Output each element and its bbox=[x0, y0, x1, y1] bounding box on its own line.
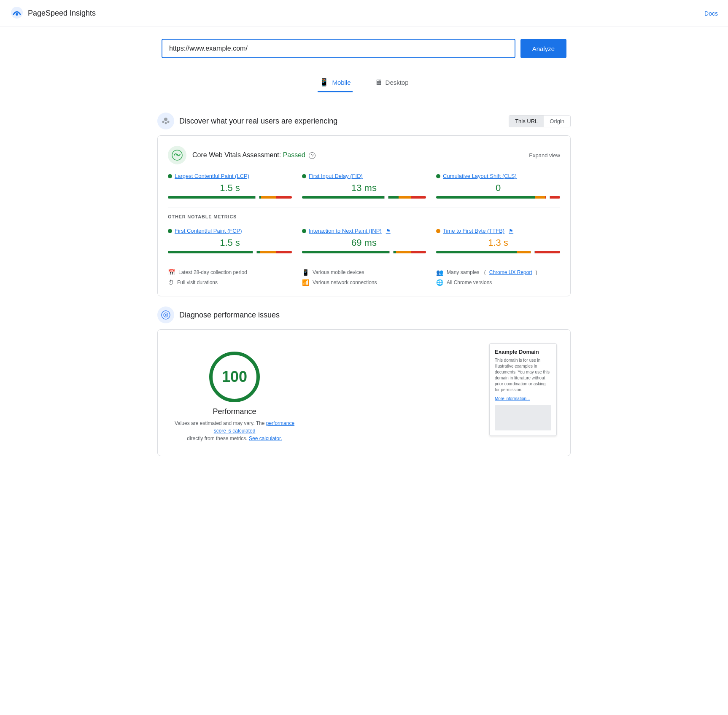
metric-cls: Cumulative Layout Shift (CLS) 0 bbox=[436, 173, 560, 200]
diagnose-header: Diagnose performance issues bbox=[157, 306, 571, 323]
info-collection-text: Latest 28-day collection period bbox=[178, 269, 247, 275]
cwv-icon bbox=[168, 146, 186, 164]
bar-orange bbox=[396, 251, 411, 253]
search-area: Analyze bbox=[0, 27, 728, 67]
svg-point-3 bbox=[162, 121, 164, 123]
metric-fcp-dot bbox=[168, 229, 172, 233]
metric-inp-dot bbox=[302, 229, 306, 233]
metric-lcp: Largest Contentful Paint (LCP) 1.5 s bbox=[168, 173, 292, 200]
screenshot-text: This domain is for use in illustrative e… bbox=[495, 358, 551, 393]
cwv-title-area: Core Web Vitals Assessment: Passed ? bbox=[168, 146, 315, 164]
info-network: 📶 Various network connections bbox=[302, 279, 426, 286]
info-divider bbox=[168, 262, 560, 262]
tab-mobile-label: Mobile bbox=[332, 79, 351, 86]
metric-inp-fill bbox=[302, 251, 426, 253]
core-metrics-grid: Largest Contentful Paint (LCP) 1.5 s Fir… bbox=[168, 173, 560, 200]
metric-fcp-link[interactable]: First Contentful Paint (FCP) bbox=[168, 228, 292, 234]
calendar-icon: 📅 bbox=[168, 269, 175, 276]
section-title-row: Discover what your real users are experi… bbox=[157, 113, 337, 129]
metric-lcp-value: 1.5 s bbox=[168, 183, 292, 194]
tab-desktop-label: Desktop bbox=[386, 79, 409, 86]
info-samples: 👥 Many samples (Chrome UX Report) bbox=[436, 269, 560, 276]
metric-cls-fill bbox=[436, 196, 560, 199]
metric-fid-marker bbox=[384, 196, 388, 199]
metric-fid-link[interactable]: First Input Delay (FID) bbox=[302, 173, 426, 179]
header-left: PageSpeed Insights bbox=[10, 6, 96, 21]
calculator-link[interactable]: See calculator. bbox=[249, 435, 282, 441]
score-label: Performance bbox=[213, 407, 256, 416]
cwv-status: Passed bbox=[283, 151, 305, 159]
metric-fid-bar bbox=[302, 196, 426, 199]
metric-fid-dot bbox=[302, 174, 306, 178]
inp-experimental-icon: ⚑ bbox=[386, 228, 391, 234]
bar-red bbox=[535, 251, 560, 253]
tab-desktop[interactable]: 🖥 Desktop bbox=[373, 73, 410, 92]
metric-inp-link[interactable]: Interaction to Next Paint (INP) ⚑ bbox=[302, 228, 426, 234]
metric-fcp-fill bbox=[168, 251, 292, 253]
info-collection-period: 📅 Latest 28-day collection period bbox=[168, 269, 292, 276]
origin-button[interactable]: Origin bbox=[544, 116, 570, 127]
cwv-assessment-label: Core Web Vitals Assessment: Passed ? bbox=[192, 151, 315, 159]
bar-red bbox=[276, 196, 292, 199]
tab-mobile[interactable]: 📱 Mobile bbox=[318, 73, 352, 92]
metric-ttfb: Time to First Byte (TTFB) ⚑ 1.3 s bbox=[436, 228, 560, 255]
score-note: Values are estimated and may vary. The p… bbox=[171, 419, 298, 442]
screenshot-gray-area bbox=[495, 405, 551, 430]
notable-metrics-label: OTHER NOTABLE METRICS bbox=[168, 214, 560, 219]
metric-ttfb-dot bbox=[436, 229, 440, 233]
diagnose-title: Diagnose performance issues bbox=[179, 311, 280, 320]
field-data-title: Discover what your real users are experi… bbox=[179, 117, 337, 126]
metric-cls-dot bbox=[436, 174, 440, 178]
svg-point-4 bbox=[167, 121, 170, 123]
bar-red bbox=[411, 251, 426, 253]
metric-inp-marker bbox=[389, 251, 394, 253]
metric-ttfb-link[interactable]: Time to First Byte (TTFB) ⚑ bbox=[436, 228, 560, 234]
svg-point-7 bbox=[176, 154, 178, 156]
timer-icon: ⏱ bbox=[168, 279, 174, 286]
metric-cls-link[interactable]: Cumulative Layout Shift (CLS) bbox=[436, 173, 560, 179]
bar-green bbox=[436, 196, 535, 199]
info-visit-durations: ⏱ Full visit durations bbox=[168, 279, 292, 286]
bar-orange bbox=[399, 196, 411, 199]
metric-cls-marker bbox=[546, 196, 550, 199]
screenshot-link[interactable]: More information... bbox=[495, 396, 551, 401]
metric-lcp-bar bbox=[168, 196, 292, 199]
score-number: 100 bbox=[222, 368, 247, 386]
score-wrap: 100 Performance Values are estimated and… bbox=[171, 343, 298, 442]
metric-ttfb-fill bbox=[436, 251, 560, 253]
info-chrome-versions: 🌐 All Chrome versions bbox=[436, 279, 560, 286]
metric-fcp-bar bbox=[168, 251, 292, 253]
metric-lcp-link[interactable]: Largest Contentful Paint (LCP) bbox=[168, 173, 292, 179]
cwv-help-icon[interactable]: ? bbox=[309, 152, 315, 159]
url-origin-toggle: This URL Origin bbox=[509, 115, 571, 127]
field-data-icon bbox=[157, 113, 174, 129]
this-url-button[interactable]: This URL bbox=[509, 116, 544, 127]
mobile-devices-icon: 📱 bbox=[302, 269, 309, 276]
score-note-text: Values are estimated and may vary. The bbox=[175, 420, 264, 426]
info-network-text: Various network connections bbox=[313, 280, 377, 285]
bar-red bbox=[276, 251, 292, 253]
chrome-ux-report-link[interactable]: Chrome UX Report bbox=[489, 269, 532, 275]
metric-fid-fill bbox=[302, 196, 426, 199]
metrics-divider bbox=[168, 207, 560, 207]
diagnose-icon bbox=[157, 306, 174, 323]
cwv-card: Core Web Vitals Assessment: Passed ? Exp… bbox=[157, 135, 571, 296]
svg-point-10 bbox=[165, 314, 167, 316]
main-content: Discover what your real users are experi… bbox=[140, 96, 588, 473]
metric-fcp: First Contentful Paint (FCP) 1.5 s bbox=[168, 228, 292, 255]
metric-fcp-value: 1.5 s bbox=[168, 237, 292, 248]
diagnose-card: 100 Performance Values are estimated and… bbox=[157, 329, 571, 456]
metric-lcp-fill bbox=[168, 196, 292, 199]
url-input[interactable] bbox=[162, 39, 515, 58]
app-logo bbox=[10, 6, 24, 21]
metric-cls-bar bbox=[436, 196, 560, 199]
analyze-button[interactable]: Analyze bbox=[520, 39, 566, 58]
info-mobile-devices: 📱 Various mobile devices bbox=[302, 269, 426, 276]
metric-inp-value: 69 ms bbox=[302, 237, 426, 248]
bar-orange bbox=[261, 196, 276, 199]
svg-point-2 bbox=[164, 118, 167, 121]
globe-icon: 🌐 bbox=[436, 279, 443, 286]
bar-green bbox=[168, 196, 261, 199]
docs-link[interactable]: Docs bbox=[704, 10, 718, 17]
expand-view-button[interactable]: Expand view bbox=[529, 152, 560, 159]
